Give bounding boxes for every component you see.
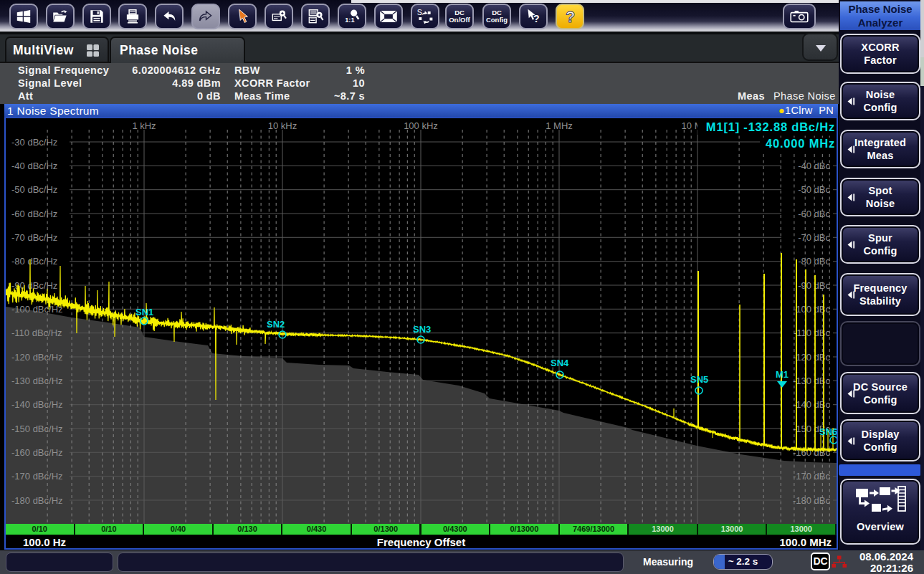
svg-text:-80 dBc/Hz: -80 dBc/Hz	[11, 256, 57, 267]
svg-text:1 MHz: 1 MHz	[546, 120, 573, 131]
svg-text:10 kHz: 10 kHz	[268, 120, 297, 131]
svg-text:-40 dBc/Hz: -40 dBc/Hz	[11, 161, 57, 171]
svg-text:-120 dBc/Hz: -120 dBc/Hz	[11, 352, 63, 363]
svg-text:-50 dBc/Hz: -50 dBc/Hz	[11, 184, 57, 195]
svg-text:1 kHz: 1 kHz	[132, 120, 156, 131]
svg-text:SN1: SN1	[135, 307, 153, 317]
svg-text:-140 dBc: -140 dBc	[793, 399, 831, 410]
svg-text:-150 dBc/Hz: -150 dBc/Hz	[11, 424, 63, 434]
svg-text:-170 dBc: -170 dBc	[793, 471, 831, 482]
svg-text:-60 dBc/Hz: -60 dBc/Hz	[11, 209, 57, 219]
svg-text:SN5: SN5	[690, 374, 708, 385]
svg-text:-130 dBc: -130 dBc	[793, 376, 831, 386]
svg-text:M1[1] -132.88 dBc/Hz: M1[1] -132.88 dBc/Hz	[706, 120, 835, 133]
svg-text:-90 dBc: -90 dBc	[798, 280, 830, 291]
svg-text:-110 dBc/Hz: -110 dBc/Hz	[11, 327, 62, 338]
svg-text:-130 dBc/Hz: -130 dBc/Hz	[11, 376, 63, 386]
svg-text:M1: M1	[776, 369, 789, 380]
svg-text:-160 dBc/Hz: -160 dBc/Hz	[11, 447, 63, 458]
svg-text:100 kHz: 100 kHz	[404, 120, 438, 131]
svg-text:1:1: 1:1	[345, 16, 354, 24]
svg-text:S: S	[417, 8, 422, 16]
svg-text:-60 dBc: -60 dBc	[798, 209, 830, 219]
svg-text:?: ?	[533, 13, 540, 24]
svg-text:-70 dBc/Hz: -70 dBc/Hz	[11, 232, 57, 243]
svg-text:SN3: SN3	[413, 324, 431, 335]
svg-text:SN4: SN4	[551, 358, 569, 368]
svg-text:SN6: SN6	[819, 426, 837, 437]
svg-text:-170 dBc/Hz: -170 dBc/Hz	[11, 471, 63, 482]
svg-text:-120 dBc: -120 dBc	[793, 352, 831, 363]
svg-text:40.000 MHz: 40.000 MHz	[766, 137, 835, 150]
svg-text:-180 dBc: -180 dBc	[793, 495, 831, 506]
svg-text:-180 dBc/Hz: -180 dBc/Hz	[11, 495, 63, 506]
svg-text:SN2: SN2	[267, 319, 285, 330]
svg-text:-80 dBc: -80 dBc	[798, 256, 830, 267]
svg-text:-30 dBc/Hz: -30 dBc/Hz	[11, 137, 57, 148]
svg-text:-110 dBc: -110 dBc	[794, 327, 831, 338]
svg-text:-40 dBc: -40 dBc	[798, 161, 830, 171]
svg-text:-70 dBc: -70 dBc	[798, 232, 830, 243]
svg-text:-50 dBc: -50 dBc	[798, 184, 830, 195]
svg-text:?: ?	[566, 8, 575, 26]
svg-text:-100 dBc: -100 dBc	[793, 304, 831, 315]
svg-text:-140 dBc/Hz: -140 dBc/Hz	[11, 399, 63, 410]
